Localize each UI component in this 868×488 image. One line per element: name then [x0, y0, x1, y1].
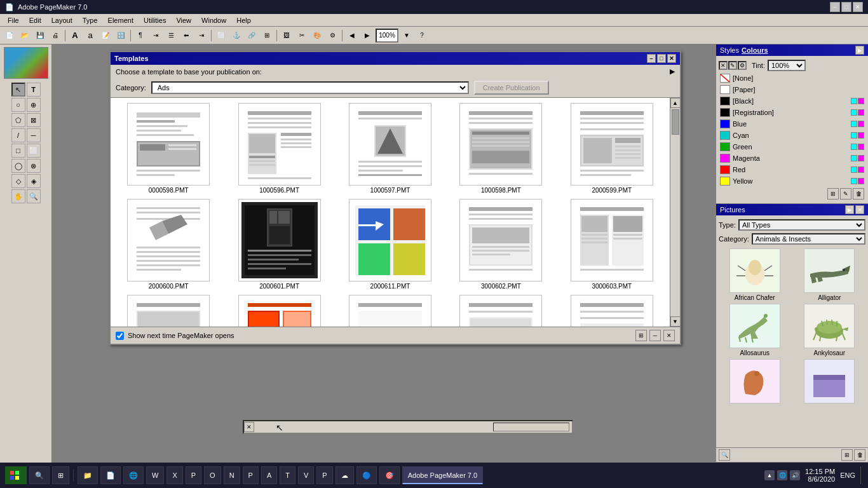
toolbar-outdent[interactable]: ⬅: [179, 29, 193, 43]
toolbar-forward[interactable]: ▶: [360, 29, 374, 43]
color-add-btn[interactable]: ✕: [719, 61, 728, 70]
taskbar-outlook[interactable]: O: [204, 466, 221, 484]
menu-type[interactable]: Type: [78, 15, 103, 25]
toolbar-open[interactable]: 📂: [18, 29, 32, 43]
taskbar-pdf-reader[interactable]: 📄: [100, 466, 121, 484]
picture-african-chafer[interactable]: African Chafer: [719, 248, 791, 301]
toolbar-indent[interactable]: ⇥: [149, 29, 163, 43]
dialog-close[interactable]: ✕: [667, 54, 676, 63]
picture-allosaurus[interactable]: Allosaurus: [719, 304, 791, 356]
pictures-search-btn[interactable]: 🔍: [719, 449, 730, 461]
tool-hand[interactable]: ✋: [11, 189, 25, 203]
menu-utilities[interactable]: Utilities: [139, 15, 171, 25]
tray-volume-icon[interactable]: 🔊: [790, 470, 800, 480]
menu-window[interactable]: Window: [196, 15, 231, 25]
template-1000596[interactable]: 1000596.PMT: [225, 102, 333, 195]
tool-frame-circle[interactable]: ⊗: [27, 159, 41, 173]
color-magenta[interactable]: Magenta: [719, 152, 865, 164]
panel-expand[interactable]: ▶: [855, 46, 864, 55]
template-1000598[interactable]: 1000598.PMT: [447, 102, 555, 195]
dialog-footer-close[interactable]: ✕: [663, 330, 675, 341]
tool-frame-rect[interactable]: ⬜: [27, 144, 41, 158]
color-registration[interactable]: [Registration]: [719, 107, 865, 118]
toolbar-list[interactable]: ☰: [164, 29, 178, 43]
tool-circle[interactable]: ◯: [11, 159, 25, 173]
template-3000603[interactable]: 3000603.PMT: [558, 198, 666, 291]
dialog-restore[interactable]: □: [657, 54, 666, 63]
template-2000601[interactable]: 2000601.PMT: [225, 198, 333, 291]
taskbar-access[interactable]: A: [261, 466, 277, 484]
scroll-down-button[interactable]: ▼: [670, 316, 681, 327]
toolbar-paragraph[interactable]: ¶: [133, 29, 147, 43]
template-row3-4[interactable]: [447, 294, 555, 327]
taskbar-excel[interactable]: X: [166, 466, 182, 484]
toolbar-text-style-a[interactable]: a: [83, 29, 97, 43]
tray-icon-1[interactable]: ▲: [764, 470, 775, 480]
close-button[interactable]: ✕: [853, 2, 863, 12]
toolbar-save[interactable]: 💾: [33, 29, 47, 43]
minimize-button[interactable]: –: [830, 2, 840, 12]
color-settings-btn[interactable]: ⚙: [738, 61, 747, 70]
dialog-footer-icon2[interactable]: ─: [649, 330, 661, 341]
colours-tab-label[interactable]: Colours: [742, 46, 768, 54]
pictures-delete-btn[interactable]: 🗑: [854, 449, 865, 461]
clock[interactable]: 12:15 PM 8/6/2020: [805, 468, 835, 483]
menu-help[interactable]: Help: [231, 15, 256, 25]
toolbar-text-flow[interactable]: 🔡: [114, 29, 128, 43]
toolbar-anchor[interactable]: ⚓: [229, 29, 243, 43]
color-blue[interactable]: Blue: [719, 118, 865, 130]
toolbar-back[interactable]: ◀: [345, 29, 359, 43]
maximize-button[interactable]: □: [841, 2, 851, 12]
toolbar-settings[interactable]: ⚙: [325, 29, 339, 43]
color-red[interactable]: Red: [719, 164, 865, 175]
delete-color-btn[interactable]: 🗑: [853, 188, 864, 200]
type-select[interactable]: All Types Clip Art Photos: [738, 219, 865, 231]
color-edit-btn[interactable]: ✎: [728, 61, 737, 70]
tool-ellipse[interactable]: ○: [11, 98, 25, 112]
show-desktop-btn[interactable]: [860, 466, 863, 484]
scroll-up-button[interactable]: ▲: [670, 98, 681, 108]
template-2000600[interactable]: 2000600.PMT: [114, 198, 222, 291]
color-none[interactable]: [None]: [719, 72, 865, 84]
dialog-footer-icon1[interactable]: ⊞: [635, 330, 647, 341]
show-next-time-checkbox[interactable]: [116, 332, 124, 340]
menu-element[interactable]: Element: [103, 15, 139, 25]
toolbar-zoom-menu[interactable]: ▼: [400, 29, 414, 43]
tray-network-icon[interactable]: 🌐: [777, 470, 787, 480]
picture-alligator[interactable]: Alligator: [794, 248, 866, 301]
tint-select[interactable]: 100% 75% 50%: [768, 60, 806, 71]
menu-file[interactable]: File: [3, 15, 24, 25]
toolbar-color[interactable]: 🎨: [310, 29, 324, 43]
tool-line[interactable]: /: [11, 128, 25, 142]
pictures-add-btn[interactable]: ⊞: [841, 449, 853, 461]
dialog-minimize[interactable]: –: [647, 54, 656, 63]
template-0000598[interactable]: 0000598.PMT: [114, 102, 222, 195]
toolbar-table[interactable]: ⊞: [260, 29, 274, 43]
edit-color-btn[interactable]: ✎: [840, 188, 851, 200]
menu-view[interactable]: View: [171, 15, 196, 25]
tool-constrain-line[interactable]: ─: [27, 128, 41, 142]
taskbar-task-view[interactable]: ⊞: [52, 466, 69, 484]
color-cyan[interactable]: Cyan: [719, 130, 865, 141]
pictures-expand[interactable]: ▶: [845, 205, 854, 214]
toolbar-align-right[interactable]: ⇥: [194, 29, 208, 43]
taskbar-ppt[interactable]: P: [186, 466, 201, 484]
tool-text[interactable]: T: [27, 83, 41, 97]
toolbar-help[interactable]: ?: [415, 29, 429, 43]
category-select[interactable]: Ads Brochures Flyers Newsletters: [151, 81, 469, 94]
tool-frame-diamond[interactable]: ◈: [27, 174, 41, 188]
tool-diamond[interactable]: ◇: [11, 174, 25, 188]
template-row3-2[interactable]: [225, 294, 333, 327]
template-row3-1[interactable]: [114, 294, 222, 327]
template-row3-5[interactable]: [558, 294, 666, 327]
tool-constrain[interactable]: ⊠: [27, 113, 41, 127]
tool-zoom[interactable]: 🔍: [27, 189, 41, 203]
taskbar-onedrive[interactable]: ☁: [336, 466, 354, 484]
color-black[interactable]: [Black]: [719, 95, 865, 107]
taskbar-publisher[interactable]: P: [243, 466, 259, 484]
taskbar-word[interactable]: W: [146, 466, 164, 484]
picture-5[interactable]: [719, 359, 791, 405]
taskbar-teams[interactable]: T: [280, 466, 295, 484]
category-select-pictures[interactable]: Animals & Insects Buildings Food: [752, 233, 865, 245]
styles-tab-label[interactable]: Styles: [720, 46, 739, 54]
